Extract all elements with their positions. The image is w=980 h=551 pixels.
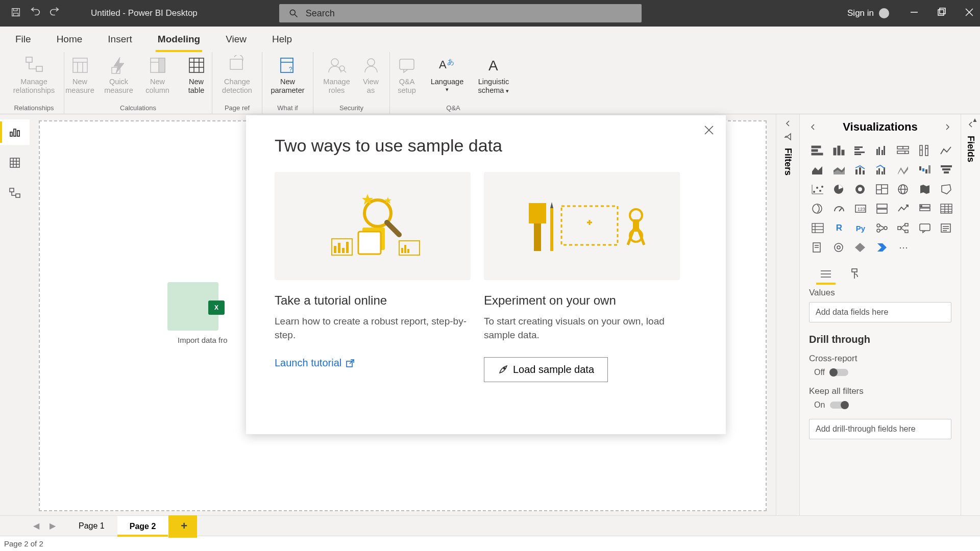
search-box[interactable]: Search: [279, 4, 642, 22]
svg-rect-10: [26, 57, 32, 62]
vis-power-automate[interactable]: [873, 240, 891, 255]
filters-label: Filters: [782, 148, 793, 176]
dialog-close-button[interactable]: [703, 124, 715, 138]
vis-paginated[interactable]: [809, 240, 826, 255]
minimize-icon[interactable]: [910, 8, 919, 19]
page-nav-prev[interactable]: ◀: [30, 519, 43, 533]
menu-modeling[interactable]: Modeling: [154, 29, 204, 52]
vis-matrix[interactable]: [809, 220, 826, 236]
vis-slicer[interactable]: [916, 201, 934, 216]
vis-stacked-area[interactable]: [830, 162, 848, 178]
chevron-left-icon[interactable]: [809, 123, 817, 131]
vis-stacked-bar[interactable]: [809, 143, 826, 158]
vis-multi-row-card[interactable]: [873, 201, 891, 216]
menu-home[interactable]: Home: [53, 29, 87, 52]
vis-clustered-column[interactable]: [873, 143, 891, 158]
vis-scatter[interactable]: [809, 182, 826, 197]
vis-donut[interactable]: [852, 182, 869, 197]
chevron-right-icon[interactable]: [943, 123, 951, 131]
vis-more[interactable]: ⋯: [895, 240, 912, 255]
maximize-icon[interactable]: [937, 8, 946, 19]
format-tab-icon[interactable]: [848, 266, 863, 282]
vis-power-apps[interactable]: [852, 240, 869, 255]
vis-azure-map[interactable]: [809, 201, 826, 216]
vis-kpi[interactable]: [895, 201, 912, 216]
menu-insert[interactable]: Insert: [104, 29, 136, 52]
vis-python-visual[interactable]: Py: [852, 220, 869, 236]
svg-line-131: [901, 224, 905, 228]
svg-point-89: [819, 190, 821, 192]
page-nav-next[interactable]: ▶: [46, 519, 59, 533]
drillthrough-dropzone[interactable]: Add drill-through fields here: [809, 419, 951, 439]
svg-rect-109: [877, 209, 887, 213]
vis-key-influencers[interactable]: [873, 220, 891, 236]
vis-stacked-column[interactable]: [830, 143, 848, 158]
vis-r-visual[interactable]: R: [830, 220, 848, 236]
btn-new-table[interactable]: New table: [179, 54, 214, 95]
vis-100-column[interactable]: [916, 143, 934, 158]
cross-report-toggle[interactable]: [830, 369, 848, 376]
menu-view[interactable]: View: [222, 29, 251, 52]
excel-import-card[interactable]: X: [167, 282, 218, 331]
keep-filters-toggle[interactable]: [830, 402, 848, 409]
change-detection-icon: [227, 55, 248, 76]
filters-pane-collapsed[interactable]: Filters: [776, 114, 799, 515]
vis-100-bar[interactable]: [895, 143, 912, 158]
scroll-up-arrow[interactable]: ▲: [972, 116, 978, 123]
svg-rect-25: [230, 59, 242, 69]
btn-new-parameter[interactable]: ? New parameter: [265, 54, 310, 95]
sign-in[interactable]: Sign in: [847, 8, 889, 18]
vis-pie[interactable]: [830, 182, 848, 197]
vis-card[interactable]: 123: [852, 201, 869, 216]
btn-linguistic-schema[interactable]: A Linguistic schema ▾: [472, 54, 516, 95]
vis-line[interactable]: [938, 143, 955, 158]
report-view-button[interactable]: [0, 119, 30, 145]
redo-icon[interactable]: [49, 7, 60, 20]
vis-waterfall[interactable]: [916, 162, 934, 178]
vis-clustered-bar[interactable]: [852, 143, 869, 158]
menu-file[interactable]: File: [11, 29, 35, 52]
vis-table[interactable]: [938, 201, 955, 216]
svg-rect-47: [812, 146, 821, 148]
svg-rect-158: [338, 243, 340, 253]
svg-rect-173: [534, 223, 541, 251]
vis-decomposition[interactable]: [895, 220, 912, 236]
vis-map[interactable]: [895, 182, 912, 197]
svg-rect-59: [881, 150, 883, 155]
vis-qa[interactable]: [916, 220, 934, 236]
values-dropzone[interactable]: Add data fields here: [809, 302, 951, 322]
status-page-indicator: Page 2 of 2: [4, 539, 43, 548]
vis-ribbon[interactable]: [895, 162, 912, 178]
page-tab-1[interactable]: Page 1: [66, 516, 117, 536]
vis-treemap[interactable]: [873, 182, 891, 197]
launch-tutorial-link[interactable]: Launch tutorial: [275, 357, 355, 369]
vis-shape-map[interactable]: [938, 182, 955, 197]
vis-gauge[interactable]: [830, 201, 848, 216]
data-view-button[interactable]: [0, 150, 30, 176]
btn-manage-roles: Manage roles: [319, 54, 355, 95]
svg-text:123: 123: [857, 207, 865, 212]
add-page-button[interactable]: +: [168, 514, 197, 538]
menu-help[interactable]: Help: [268, 29, 296, 52]
close-icon[interactable]: [965, 8, 974, 19]
visualizations-pane: Visualizations: [799, 114, 961, 515]
vis-smart-narrative[interactable]: [938, 220, 955, 236]
vis-filled-map[interactable]: [916, 182, 934, 197]
svg-rect-1: [13, 9, 17, 11]
save-icon[interactable]: [10, 7, 21, 20]
vis-line-clustered[interactable]: [873, 162, 891, 178]
fields-pane-collapsed[interactable]: Fields: [961, 114, 980, 515]
ritem-label: Q&A: [399, 78, 415, 86]
fields-tab-icon[interactable]: [818, 266, 834, 282]
vis-arcgis[interactable]: [830, 240, 848, 255]
load-sample-data-button[interactable]: Load sample data: [484, 357, 608, 382]
svg-rect-77: [881, 171, 883, 174]
model-view-button[interactable]: [0, 181, 30, 206]
btn-language[interactable]: Aあ Language ▾: [426, 54, 469, 93]
vis-line-stacked[interactable]: [852, 162, 869, 178]
vis-area[interactable]: [809, 162, 826, 178]
undo-icon[interactable]: [30, 7, 41, 20]
svg-rect-157: [334, 246, 336, 253]
vis-funnel[interactable]: [938, 162, 955, 178]
page-tab-2[interactable]: Page 2: [117, 516, 169, 536]
